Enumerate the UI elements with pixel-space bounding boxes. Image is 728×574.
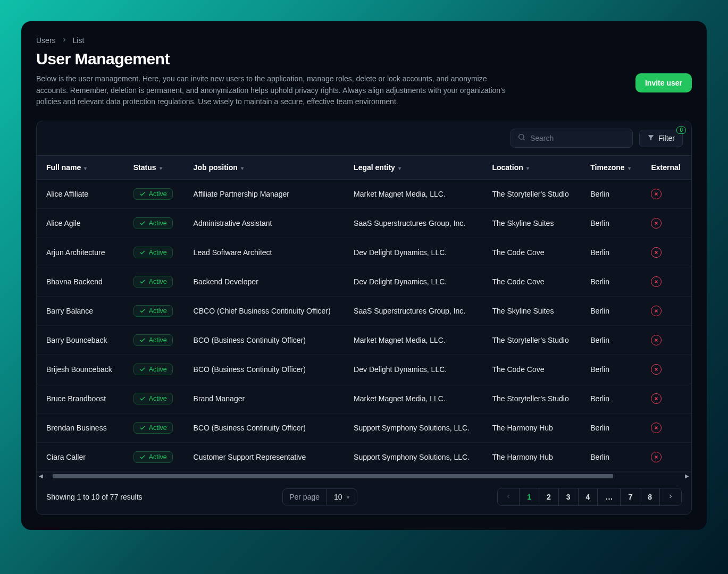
cell-full-name: Arjun Architecture bbox=[37, 238, 124, 267]
chevron-down-icon: ▾ bbox=[241, 165, 244, 171]
table-row[interactable]: Arjun Architecture Active Lead Software … bbox=[37, 238, 691, 267]
check-icon bbox=[139, 191, 146, 197]
cell-job: BCO (Business Continuity Officer) bbox=[184, 413, 345, 443]
table-row[interactable]: Barry Bounceback Active BCO (Business Co… bbox=[37, 326, 691, 355]
cell-location: The Code Cove bbox=[482, 355, 581, 384]
chevron-down-icon: ▾ bbox=[347, 494, 349, 500]
col-location[interactable]: Location▾ bbox=[482, 156, 581, 180]
results-summary: Showing 1 to 10 of 77 results bbox=[46, 493, 143, 501]
table-row[interactable]: Bruce Brandboost Active Brand Manager Ma… bbox=[37, 384, 691, 413]
x-circle-icon bbox=[651, 189, 662, 199]
col-job[interactable]: Job position▾ bbox=[184, 156, 345, 180]
cell-external bbox=[641, 267, 691, 297]
breadcrumb: Users List bbox=[36, 36, 692, 45]
cell-job: CBCO (Chief Business Continuity Officer) bbox=[184, 297, 345, 326]
cell-location: The Harmony Hub bbox=[482, 413, 581, 443]
cell-timezone: Berlin bbox=[581, 209, 641, 238]
x-circle-icon bbox=[651, 452, 662, 462]
cell-external bbox=[641, 180, 691, 209]
cell-external bbox=[641, 297, 691, 326]
invite-user-button[interactable]: Invite user bbox=[635, 73, 692, 92]
page-next-button[interactable] bbox=[660, 488, 681, 505]
x-circle-icon bbox=[651, 276, 662, 287]
horizontal-scrollbar[interactable]: ◀ ▶ bbox=[37, 472, 691, 479]
cell-full-name: Alice Affiliate bbox=[37, 180, 124, 209]
cell-full-name: Alice Agile bbox=[37, 209, 124, 238]
cell-full-name: Brijesh Bounceback bbox=[37, 355, 124, 384]
per-page-selector[interactable]: Per page 10 ▾ bbox=[282, 488, 357, 505]
cell-job: Administrative Assistant bbox=[184, 209, 345, 238]
cell-location: The Code Cove bbox=[482, 238, 581, 267]
page-button[interactable]: 2 bbox=[539, 488, 559, 505]
cell-entity: SaaS Superstructures Group, Inc. bbox=[344, 297, 482, 326]
status-badge: Active bbox=[133, 364, 173, 375]
col-timezone[interactable]: Timezone▾ bbox=[581, 156, 641, 180]
table-row[interactable]: Brijesh Bounceback Active BCO (Business … bbox=[37, 355, 691, 384]
col-full-name[interactable]: Full name▾ bbox=[37, 156, 124, 180]
cell-external bbox=[641, 355, 691, 384]
check-icon bbox=[139, 249, 146, 256]
page-button[interactable]: 8 bbox=[640, 488, 660, 505]
page-prev-button[interactable] bbox=[498, 488, 520, 505]
filter-button[interactable]: Filter 0 bbox=[639, 130, 683, 147]
cell-location: The Skyline Suites bbox=[482, 297, 581, 326]
cell-entity: Dev Delight Dynamics, LLC. bbox=[344, 267, 482, 297]
table-row[interactable]: Ciara Caller Active Customer Support Rep… bbox=[37, 443, 691, 472]
cell-timezone: Berlin bbox=[581, 413, 641, 443]
cell-timezone: Berlin bbox=[581, 384, 641, 413]
search-icon bbox=[517, 133, 526, 144]
cell-external bbox=[641, 413, 691, 443]
pagination: 1234…78 bbox=[497, 488, 682, 506]
table-toolbar: Filter 0 bbox=[37, 121, 691, 156]
svg-point-0 bbox=[519, 134, 524, 139]
search-input[interactable] bbox=[530, 134, 626, 142]
chevron-down-icon: ▾ bbox=[160, 165, 162, 171]
scroll-right-icon[interactable]: ▶ bbox=[683, 473, 691, 479]
breadcrumb-current[interactable]: List bbox=[73, 36, 85, 45]
chevron-right-icon bbox=[667, 493, 674, 500]
col-status[interactable]: Status▾ bbox=[124, 156, 184, 180]
cell-location: The Harmony Hub bbox=[482, 443, 581, 472]
cell-entity: Support Symphony Solutions, LLC. bbox=[344, 413, 482, 443]
x-circle-icon bbox=[651, 218, 662, 229]
x-circle-icon bbox=[651, 393, 662, 404]
cell-location: The Skyline Suites bbox=[482, 209, 581, 238]
page-button[interactable]: 4 bbox=[579, 488, 598, 505]
table-row[interactable]: Barry Balance Active CBCO (Chief Busines… bbox=[37, 297, 691, 326]
page-description: Below is the user management. Here, you … bbox=[36, 73, 515, 108]
col-entity[interactable]: Legal entity▾ bbox=[344, 156, 482, 180]
cell-full-name: Barry Balance bbox=[37, 297, 124, 326]
chevron-left-icon bbox=[505, 493, 512, 500]
col-external[interactable]: External bbox=[641, 156, 691, 180]
x-circle-icon bbox=[651, 247, 662, 258]
check-icon bbox=[139, 308, 146, 314]
cell-location: The Code Cove bbox=[482, 267, 581, 297]
cell-status: Active bbox=[124, 297, 184, 326]
breadcrumb-root[interactable]: Users bbox=[36, 36, 56, 45]
table-row[interactable]: Alice Agile Active Administrative Assist… bbox=[37, 209, 691, 238]
check-icon bbox=[139, 278, 146, 285]
table-row[interactable]: Bhavna Backend Active Backend Developer … bbox=[37, 267, 691, 297]
check-icon bbox=[139, 395, 146, 402]
status-badge: Active bbox=[133, 451, 173, 463]
cell-entity: Market Magnet Media, LLC. bbox=[344, 384, 482, 413]
search-input-wrapper[interactable] bbox=[511, 129, 633, 148]
table-row[interactable]: Brendan Business Active BCO (Business Co… bbox=[37, 413, 691, 443]
cell-timezone: Berlin bbox=[581, 326, 641, 355]
cell-full-name: Brendan Business bbox=[37, 413, 124, 443]
chevron-down-icon: ▾ bbox=[628, 165, 631, 171]
page-button[interactable]: 7 bbox=[621, 488, 640, 505]
cell-job: Backend Developer bbox=[184, 267, 345, 297]
check-icon bbox=[139, 220, 146, 226]
page-title: User Management bbox=[36, 50, 692, 68]
scroll-left-icon[interactable]: ◀ bbox=[37, 473, 45, 479]
table-row[interactable]: Alice Affiliate Active Affiliate Partner… bbox=[37, 180, 691, 209]
page-button[interactable]: 3 bbox=[559, 488, 579, 505]
status-badge: Active bbox=[133, 276, 173, 288]
table-footer: Showing 1 to 10 of 77 results Per page 1… bbox=[37, 479, 691, 514]
x-circle-icon bbox=[651, 364, 662, 375]
scrollbar-thumb[interactable] bbox=[53, 474, 613, 478]
per-page-select[interactable]: 10 ▾ bbox=[326, 489, 357, 505]
cell-full-name: Barry Bounceback bbox=[37, 326, 124, 355]
page-button[interactable]: 1 bbox=[520, 488, 539, 505]
